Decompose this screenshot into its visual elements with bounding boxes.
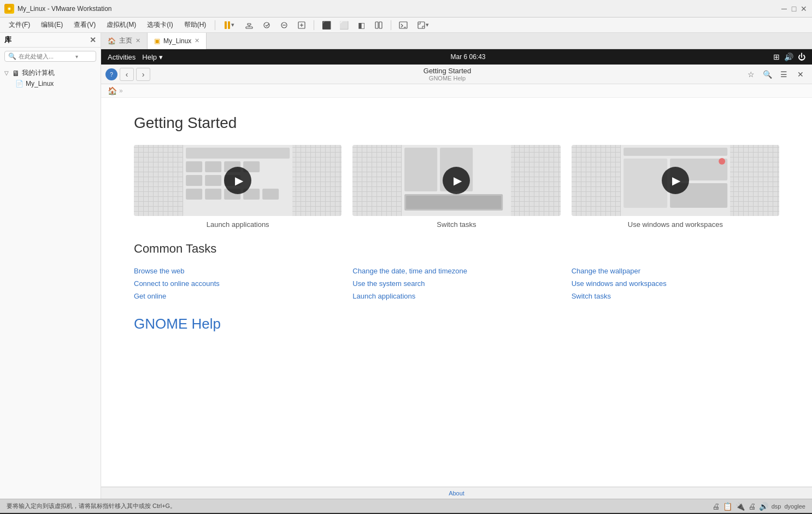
home-tab-close[interactable]: ✕ — [136, 37, 140, 44]
content-area: 🏠 主页 ✕ ▣ My_Linux ✕ Activities Help ▾ — [101, 33, 812, 499]
video-row: ▶ Launch applications — [134, 145, 779, 229]
view4-button[interactable] — [371, 19, 386, 31]
view1-button[interactable]: ⬛ — [319, 19, 334, 31]
menu-view[interactable]: 查看(V) — [69, 19, 100, 31]
svg-point-43 — [719, 158, 725, 165]
task-online-accounts[interactable]: Connect to online accounts — [134, 277, 342, 290]
video-thumb-0: ▶ — [134, 145, 342, 216]
video-thumb-2: ▶ — [572, 145, 779, 216]
play-button-2[interactable]: ▶ — [662, 167, 689, 194]
tab-vm[interactable]: ▣ My_Linux ✕ — [148, 33, 207, 49]
computer-icon: 🖥 — [12, 69, 20, 78]
view2-button[interactable]: ⬜ — [336, 19, 351, 31]
close-help-button[interactable]: ✕ — [793, 68, 808, 81]
tasks-col-1: Browse the web Connect to online account… — [134, 265, 342, 302]
tasks-grid: Browse the web Connect to online account… — [134, 265, 779, 302]
vm-icon: 📄 — [15, 80, 23, 87]
task-wallpaper[interactable]: Change the wallpaper — [572, 265, 779, 277]
home-tab-icon: 🏠 — [108, 37, 116, 45]
svg-text:?: ? — [110, 72, 113, 78]
gnome-sound-icon[interactable]: 🔊 — [784, 52, 793, 61]
menu-help-button[interactable]: ☰ — [777, 68, 791, 81]
help-logo: ? — [105, 68, 117, 80]
svg-rect-16 — [418, 22, 425, 28]
sidebar-tree: ▽ 🖥 我的计算机 📄 My_Linux — [0, 65, 101, 499]
help-content: Getting Started — [101, 98, 812, 487]
computer-label: 我的计算机 — [22, 68, 55, 78]
window-title: My_Linux - VMware Workstation — [17, 5, 112, 13]
snapshot-button[interactable] — [259, 19, 274, 31]
gnome-power-icon[interactable]: ⏻ — [798, 52, 805, 61]
snapshot3-button[interactable] — [294, 19, 309, 31]
gnome-help-arrow: ▾ — [159, 53, 163, 61]
status-bar: About — [101, 487, 812, 499]
bookmark-button[interactable]: ☆ — [744, 68, 758, 81]
task-system-search[interactable]: Use the system search — [352, 277, 560, 290]
video-card-2: ▶ Use windows and workspaces — [572, 145, 779, 229]
about-link[interactable]: About — [449, 490, 464, 497]
menu-file[interactable]: 文件(F) — [4, 19, 34, 31]
menu-tabs[interactable]: 选项卡(I) — [143, 19, 177, 31]
help-title: Getting Started — [423, 67, 471, 75]
sidebar-item-computer[interactable]: ▽ 🖥 我的计算机 — [0, 67, 101, 79]
task-browse-web[interactable]: Browse the web — [134, 265, 342, 277]
search-icon: 🔍 — [8, 52, 16, 60]
sidebar-search-container: 🔍 ▾ — [4, 51, 96, 62]
minimize-button[interactable]: ─ — [780, 5, 788, 13]
app-icon — [4, 4, 14, 14]
play-button-0[interactable]: ▶ — [224, 167, 251, 194]
task-date-time[interactable]: Change the date, time and timezone — [352, 265, 560, 277]
sidebar-item-vm[interactable]: 📄 My_Linux — [0, 79, 101, 89]
status-icon-4: 🖨 — [748, 502, 756, 511]
play-button-1[interactable]: ▶ — [443, 167, 470, 194]
task-get-online[interactable]: Get online — [134, 290, 342, 302]
video-label-0: Launch applications — [207, 220, 269, 229]
search-input[interactable] — [19, 53, 73, 60]
terminal-button[interactable] — [396, 19, 411, 31]
menu-separator-2 — [314, 20, 314, 30]
play-icon-0: ▶ — [235, 174, 243, 187]
gnome-network-icon[interactable]: ⊞ — [773, 52, 780, 61]
svg-rect-25 — [186, 175, 202, 186]
back-button[interactable]: ‹ — [120, 68, 134, 81]
menu-vm[interactable]: 虚拟机(M) — [102, 19, 140, 31]
status-icon-3: 🔌 — [735, 502, 745, 511]
page-title: Getting Started — [134, 114, 779, 132]
svg-rect-40 — [623, 159, 667, 208]
view3-button[interactable]: ◧ — [354, 19, 369, 31]
svg-rect-22 — [205, 161, 221, 172]
gnome-activities-button[interactable]: Activities — [108, 53, 136, 61]
video-label-1: Switch tasks — [437, 220, 476, 229]
breadcrumb-home-icon[interactable]: 🏠 — [108, 86, 117, 95]
forward-button[interactable]: › — [136, 68, 150, 81]
search-help-button[interactable]: 🔍 — [761, 68, 775, 81]
network-button[interactable] — [242, 19, 257, 31]
status-icon-5: 🔊 — [759, 502, 768, 511]
gnome-help-link[interactable]: GNOME Help — [134, 316, 221, 332]
svg-rect-39 — [623, 148, 727, 156]
fullscreen-button[interactable]: ▾ — [413, 19, 433, 31]
restore-button[interactable]: □ — [790, 5, 798, 13]
svg-rect-21 — [186, 161, 202, 172]
task-launch-apps[interactable]: Launch applications — [352, 290, 560, 302]
tasks-col-3: Change the wallpaper Use windows and wor… — [572, 265, 779, 302]
svg-rect-3 — [246, 27, 252, 28]
pause-button[interactable]: ▾ — [220, 19, 239, 31]
snapshot2-button[interactable] — [276, 19, 292, 31]
tasks-col-2: Change the date, time and timezone Use t… — [352, 265, 560, 302]
gnome-help-menu[interactable]: Help ▾ — [142, 53, 163, 61]
tab-home[interactable]: 🏠 主页 ✕ — [101, 33, 148, 49]
menu-help[interactable]: 帮助(H) — [180, 19, 211, 31]
close-button[interactable]: ✕ — [800, 5, 808, 13]
task-windows-workspaces[interactable]: Use windows and workspaces — [572, 277, 779, 290]
svg-point-6 — [264, 22, 269, 28]
menu-edit[interactable]: 编辑(E) — [37, 19, 67, 31]
vm-tab-close[interactable]: ✕ — [195, 37, 199, 44]
svg-rect-5 — [248, 24, 251, 25]
help-subtitle: GNOME Help — [423, 75, 471, 81]
main-layout: 库 ✕ 🔍 ▾ ▽ 🖥 我的计算机 📄 My_Linux 🏠 主页 — [0, 33, 812, 499]
search-dropdown-icon[interactable]: ▾ — [75, 54, 78, 60]
svg-rect-28 — [186, 189, 202, 200]
sidebar-close-button[interactable]: ✕ — [90, 36, 96, 44]
task-switch-tasks[interactable]: Switch tasks — [572, 290, 779, 302]
